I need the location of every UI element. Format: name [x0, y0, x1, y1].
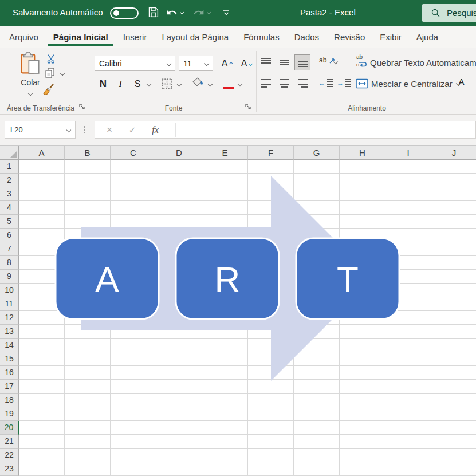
column-header-B[interactable]: B	[65, 146, 111, 160]
column-header-G[interactable]: G	[294, 146, 340, 160]
redo-icon[interactable]	[193, 7, 204, 18]
autosave-toggle-knob	[113, 10, 119, 16]
font-dialog-launcher-icon[interactable]	[245, 103, 251, 110]
align-top-button[interactable]	[258, 54, 274, 70]
row-header-10[interactable]: 10	[0, 284, 19, 297]
tab-ajuda[interactable]: Ajuda	[409, 26, 446, 48]
tab-layout-da-p-gina[interactable]: Layout da Página	[154, 26, 236, 48]
row-header-9[interactable]: 9	[0, 270, 19, 284]
row-header-20[interactable]: 20	[0, 421, 19, 435]
tab-exibir[interactable]: Exibir	[372, 26, 409, 48]
cancel-button[interactable]: ×	[100, 121, 119, 138]
fill-color-button[interactable]	[192, 77, 204, 88]
undo-icon[interactable]	[166, 7, 178, 18]
column-header-I[interactable]: I	[385, 146, 431, 160]
fill-color-dropdown-icon[interactable]	[208, 82, 213, 86]
copy-icon[interactable]	[44, 67, 56, 79]
merge-center-label[interactable]: Mesclar e Centralizar	[371, 79, 453, 89]
underline-dropdown-icon[interactable]	[147, 82, 151, 86]
increase-font-size-button[interactable]: A	[216, 56, 233, 71]
row-header-16[interactable]: 16	[0, 366, 19, 380]
row-header-14[interactable]: 14	[0, 339, 19, 352]
font-size-combo[interactable]: 11	[179, 56, 213, 71]
quick-access-customize-icon[interactable]	[222, 8, 231, 17]
font-color-letter: A	[458, 77, 464, 86]
row-header-2[interactable]: 2	[0, 174, 19, 187]
row-header-12[interactable]: 12	[0, 311, 19, 325]
enter-button[interactable]: ✓	[123, 121, 142, 138]
wrap-text-icon[interactable]: ab c	[356, 55, 368, 68]
row-header-6[interactable]: 6	[0, 229, 19, 242]
insert-function-button[interactable]: fx	[145, 121, 165, 138]
undo-dropdown-icon[interactable]	[180, 10, 184, 14]
align-bottom-button[interactable]	[294, 54, 310, 70]
italic-button[interactable]: I	[114, 76, 127, 92]
column-headers: ABCDEFGHIJ	[19, 146, 476, 160]
row-header-3[interactable]: 3	[0, 187, 19, 201]
cut-icon[interactable]	[46, 53, 57, 64]
align-center-button[interactable]	[276, 76, 292, 91]
tab-revis-o[interactable]: Revisão	[326, 26, 372, 48]
autosave-toggle[interactable]	[110, 7, 139, 19]
tab-arquivo[interactable]: Arquivo	[2, 26, 46, 48]
formula-input[interactable]	[176, 121, 475, 138]
tab-p-gina-inicial[interactable]: Página Inicial	[46, 26, 116, 48]
borders-dropdown-icon[interactable]	[177, 82, 182, 86]
row-header-21[interactable]: 21	[0, 435, 19, 449]
decrease-indent-button[interactable]: ←	[318, 79, 333, 87]
row-header-17[interactable]: 17	[0, 380, 19, 394]
underline-button[interactable]: S	[131, 76, 144, 92]
increase-indent-button[interactable]: →	[337, 79, 351, 87]
search-icon	[431, 8, 440, 18]
autosave-label: Salvamento Automático	[13, 7, 103, 17]
row-header-13[interactable]: 13	[0, 325, 19, 339]
row-header-18[interactable]: 18	[0, 394, 19, 407]
row-header-22[interactable]: 22	[0, 449, 19, 462]
row-header-19[interactable]: 19	[0, 407, 19, 421]
align-middle-button[interactable]	[276, 54, 292, 70]
wrap-text-label[interactable]: Quebrar Texto Automaticamente	[370, 58, 476, 68]
paste-label: Colar	[15, 78, 46, 87]
row-header-4[interactable]: 4	[0, 201, 19, 215]
column-header-C[interactable]: C	[111, 146, 156, 160]
column-header-E[interactable]: E	[202, 146, 248, 160]
row-header-8[interactable]: 8	[0, 256, 19, 270]
select-all-button[interactable]	[0, 146, 19, 160]
row-header-5[interactable]: 5	[0, 215, 19, 229]
column-header-J[interactable]: J	[431, 146, 476, 160]
excel-window: { "titlebar": { "autosave_label": "Salva…	[0, 0, 476, 476]
row-header-15[interactable]: 15	[0, 352, 19, 366]
save-icon[interactable]	[147, 6, 159, 18]
tab-dados[interactable]: Dados	[287, 26, 326, 48]
column-header-D[interactable]: D	[156, 146, 202, 160]
font-name-combo[interactable]: Calibri	[95, 56, 175, 71]
search-box[interactable]: Pesquisar	[422, 4, 476, 22]
orientation-button[interactable]: ab	[319, 56, 336, 64]
name-box[interactable]: L20	[5, 121, 76, 139]
tab-f-rmulas[interactable]: Fórmulas	[236, 26, 287, 48]
formula-bar-splitter[interactable]	[84, 126, 85, 133]
copy-dropdown-icon[interactable]	[60, 71, 65, 76]
name-box-value: L20	[10, 125, 23, 134]
column-header-F[interactable]: F	[248, 146, 294, 160]
row-header-11[interactable]: 11	[0, 297, 19, 311]
row-header-1[interactable]: 1	[0, 160, 19, 174]
merge-center-icon[interactable]	[356, 78, 368, 89]
row-header-23[interactable]: 23	[0, 462, 19, 476]
bold-button[interactable]: N	[96, 76, 111, 92]
clipboard-dialog-launcher-icon[interactable]	[78, 103, 85, 110]
cell-grid[interactable]	[19, 160, 476, 476]
borders-icon[interactable]	[161, 78, 173, 90]
format-painter-icon[interactable]	[42, 82, 55, 96]
ribbon: Colar Área de Transferência Calibri 11 A…	[0, 48, 476, 115]
align-left-button[interactable]	[258, 76, 274, 91]
redo-dropdown-icon[interactable]	[207, 10, 211, 14]
paste-button[interactable]: Colar	[15, 51, 46, 97]
row-header-7[interactable]: 7	[0, 242, 19, 256]
column-header-A[interactable]: A	[19, 146, 65, 160]
align-right-button[interactable]	[294, 76, 310, 91]
clipboard-group-label: Área de Transferência	[0, 104, 81, 112]
decrease-font-size-button[interactable]: A	[235, 56, 253, 71]
column-header-H[interactable]: H	[340, 146, 385, 160]
tab-inserir[interactable]: Inserir	[116, 26, 155, 48]
